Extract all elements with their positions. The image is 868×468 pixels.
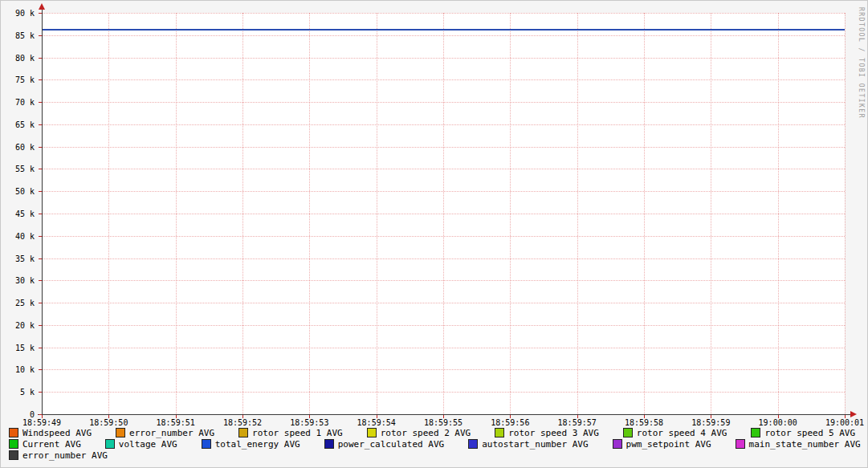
chart-plot-area <box>42 13 845 414</box>
series-layer <box>42 13 845 414</box>
y-tick-mark <box>39 258 42 259</box>
legend-row: Current AVGvoltage AVGtotal_energy AVGpo… <box>9 438 862 450</box>
legend-item: total_energy AVG <box>202 439 300 450</box>
legend-label: autostart_number AVG <box>482 439 588 450</box>
legend-swatch-icon <box>495 428 504 437</box>
y-tick-mark <box>39 13 42 14</box>
legend-label: rotor speed 1 AVG <box>252 428 343 438</box>
y-tick-label: 80 k <box>1 54 35 63</box>
y-tick-label: 75 k <box>1 75 35 84</box>
legend-swatch-icon <box>9 450 18 460</box>
y-tick-mark <box>39 169 42 169</box>
legend-swatch-icon <box>468 439 478 449</box>
y-tick-label: 10 k <box>1 365 35 374</box>
legend-swatch-icon <box>238 428 248 437</box>
legend-swatch-icon <box>367 428 377 437</box>
x-tick-mark <box>644 415 645 418</box>
legend-item: Windspeed AVG <box>9 428 92 438</box>
y-tick-mark <box>39 79 42 80</box>
x-tick-mark <box>845 415 846 418</box>
y-tick-label: 20 k <box>1 321 35 330</box>
legend-swatch-icon <box>751 428 760 437</box>
legend-swatch-icon <box>623 428 633 437</box>
x-tick-label: 18:59:54 <box>357 418 396 427</box>
y-tick-mark <box>39 369 42 370</box>
legend-label: power_calculated AVG <box>338 439 444 450</box>
y-tick-mark <box>39 348 42 348</box>
x-tick-label: 19:00:00 <box>759 418 797 427</box>
rrdtool-graph: 05 k10 k15 k20 k25 k30 k35 k40 k45 k50 k… <box>0 0 868 468</box>
legend-swatch-icon <box>9 428 18 437</box>
legend-item: rotor speed 1 AVG <box>238 428 343 438</box>
x-tick-mark <box>309 415 310 418</box>
x-tick-mark <box>711 415 711 418</box>
x-tick-label: 18:59:55 <box>424 418 463 427</box>
legend-label: rotor speed 5 AVG <box>764 428 855 438</box>
x-tick-label: 18:59:56 <box>491 418 529 427</box>
y-tick-label: 45 k <box>1 210 35 218</box>
x-tick-mark <box>242 415 243 418</box>
rrdtool-watermark: RRDTOOL / TOBI OETIKER <box>858 7 865 119</box>
y-tick-label: 25 k <box>1 299 35 307</box>
legend-item: pwm_setpoint AVG <box>613 439 711 450</box>
legend-item: error_number AVG <box>9 450 108 461</box>
x-tick-mark <box>176 415 177 418</box>
y-tick-label: 60 k <box>1 143 35 152</box>
x-tick-label: 18:59:57 <box>558 418 597 427</box>
legend-item: rotor speed 5 AVG <box>751 428 855 438</box>
x-tick-mark <box>778 415 779 418</box>
y-tick-mark <box>39 147 42 148</box>
y-tick-label: 65 k <box>1 120 35 129</box>
legend-label: rotor speed 3 AVG <box>508 428 599 438</box>
y-tick-mark <box>39 214 42 214</box>
legend-swatch-icon <box>736 439 745 449</box>
legend-label: main_state_number AVG <box>749 439 861 450</box>
legend-label: pwm_setpoint AVG <box>626 439 711 450</box>
x-tick-mark <box>510 415 511 418</box>
legend-swatch-icon <box>9 439 18 449</box>
legend-label: rotor speed 4 AVG <box>637 428 727 438</box>
y-tick-label: 50 k <box>1 187 35 196</box>
y-tick-mark <box>39 124 42 125</box>
y-axis-line <box>42 9 43 415</box>
legend-item: rotor speed 4 AVG <box>623 428 727 438</box>
legend-swatch-icon <box>324 439 334 449</box>
x-axis-arrow-icon <box>850 411 857 417</box>
x-tick-label: 18:59:51 <box>157 418 195 427</box>
legend-swatch-icon <box>202 439 211 449</box>
legend-row: error_number AVG <box>9 450 862 461</box>
y-tick-mark <box>39 58 42 59</box>
y-tick-label: 35 k <box>1 254 35 263</box>
x-tick-mark <box>377 415 377 418</box>
y-tick-label: 30 k <box>1 276 35 285</box>
y-tick-mark <box>39 35 42 36</box>
x-tick-label: 18:59:49 <box>22 418 61 427</box>
x-tick-label: 18:59:59 <box>691 418 730 427</box>
legend-item: main_state_number AVG <box>736 439 861 450</box>
legend-label: rotor speed 2 AVG <box>381 428 471 438</box>
y-tick-label: 15 k <box>1 344 35 352</box>
legend-item: rotor speed 2 AVG <box>367 428 471 438</box>
legend: Windspeed AVGerror_number AVGrotor speed… <box>9 427 862 461</box>
x-tick-label: 18:59:58 <box>625 418 663 427</box>
legend-row: Windspeed AVGerror_number AVGrotor speed… <box>9 427 862 438</box>
legend-label: voltage AVG <box>119 439 177 450</box>
v-gridline <box>845 13 846 414</box>
y-tick-mark <box>39 280 42 281</box>
y-tick-label: 85 k <box>1 31 35 40</box>
legend-label: error_number AVG <box>22 450 108 461</box>
y-tick-label: 40 k <box>1 232 35 241</box>
x-tick-mark <box>108 415 109 418</box>
y-tick-mark <box>39 236 42 237</box>
x-tick-mark <box>577 415 578 418</box>
legend-label: Current AVG <box>22 439 81 450</box>
y-tick-mark <box>39 392 42 393</box>
x-tick-label: 18:59:50 <box>89 418 128 427</box>
legend-swatch-icon <box>613 439 622 449</box>
x-tick-mark <box>42 415 43 418</box>
y-tick-label: 90 k <box>1 9 35 18</box>
legend-label: error_number AVG <box>129 428 214 438</box>
legend-item: rotor speed 3 AVG <box>495 428 599 438</box>
x-tick-label: 18:59:53 <box>290 418 328 427</box>
legend-item: voltage AVG <box>105 439 177 450</box>
